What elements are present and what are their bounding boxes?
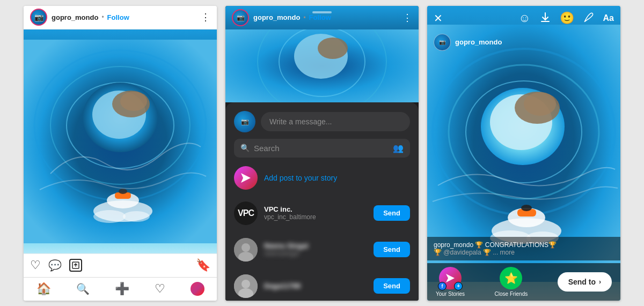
sticker-button[interactable]: 🙂 [560,11,574,25]
text-button[interactable]: Aa [603,13,614,23]
action-icons-left: ♡ 💬 [30,258,196,272]
star-icon: ⭐ [504,272,518,285]
close-friends-label: Close Friends [495,291,528,297]
bookmark-button[interactable]: 🔖 [196,258,210,272]
close-friends-circle: ⭐ [500,267,522,289]
nav-home[interactable]: 🏠 [36,282,51,296]
contact-row-2: Neenu Singal neenusingal Send [234,235,410,265]
screen2-image-preview [225,29,419,102]
svg-marker-20 [241,173,251,183]
camera-icon: 📷 [34,13,43,21]
contact-avatar-3-img [234,274,258,298]
contact-avatar-1: VPC [234,201,258,225]
username-label: gopro_mondo [253,13,300,21]
screen2-top-image: 📷 gopro_mondo • Follow ⋮ [225,6,419,102]
screen1-instagram-post: 📷 gopro_mondo • Follow ⋮ [24,6,217,301]
like-button[interactable]: ♡ [30,258,41,272]
story-username-bar: 📷 gopro_mondo [427,29,620,55]
share-button[interactable] [69,259,82,272]
your-stories-circle: + f [439,267,462,289]
message-placeholder: Write a message... [269,117,332,126]
screen3-bottom-bar: + f Your Stories ⭐ Close Friends Send to… [427,263,620,301]
contact-info-2: Neenu Singal neenusingal [264,242,367,257]
screen2-header: 📷 gopro_mondo • Follow ⋮ [225,6,419,29]
story-username: gopro_mondo [455,38,502,46]
nav-add[interactable]: ➕ [115,282,129,296]
close-button[interactable]: ✕ [434,12,443,25]
post-image [24,29,217,253]
camera-icon: 📷 [237,14,245,21]
emoji-button[interactable]: ☺ [518,11,530,25]
chevron-right-icon: › [599,278,601,286]
post-image-svg [24,29,217,253]
screens-container: 📷 gopro_mondo • Follow ⋮ [0,0,644,306]
svg-point-34 [524,92,556,116]
send-to-label: Send to [568,278,596,286]
username-follow-group: gopro_mondo • Follow [52,13,201,21]
draw-icon [583,11,595,23]
add-story-label: Add post to your story [264,174,337,182]
caption-sub: 🏆 @davidepala 🏆 ... more [434,249,614,256]
svg-point-12 [93,210,126,223]
svg-marker-42 [446,274,455,282]
contact-handle-1: vpc_inc_baltimore [264,213,367,221]
story-paper-plane-icon [240,172,252,184]
stories-plus-icon: + [454,282,463,290]
contact-name-1: VPC inc. [264,205,367,213]
search-placeholder-text: Search [254,144,389,153]
svg-point-37 [521,205,532,211]
your-stories-button[interactable]: + f Your Stories [436,267,465,297]
send-button-2[interactable]: Send [374,242,410,257]
screen3-toolbar: ✕ ☺ 🙂 Aa [427,6,620,31]
follow-button[interactable]: Follow [309,13,331,21]
svg-point-10 [119,189,127,194]
contact-row-3: Dega11799 Send [234,271,410,301]
avatar: 📷 [232,9,249,26]
toolbar-icons-right: ☺ 🙂 Aa [518,11,614,26]
screen3-story-view: ✕ ☺ 🙂 Aa [427,6,620,301]
contact-info-1: VPC inc. vpc_inc_baltimore [264,205,367,221]
comment-button[interactable]: 💬 [48,259,62,272]
draw-button[interactable] [583,11,595,26]
download-button[interactable] [539,11,551,26]
contact-row-1: VPC VPC inc. vpc_inc_baltimore Send [234,198,410,228]
contact-name-2: Neenu Singal [264,242,367,250]
add-story-row[interactable]: Add post to your story [234,164,410,192]
nav-profile[interactable] [191,282,204,296]
add-people-icon[interactable]: 👥 [393,143,404,153]
contact-handle-2: neenusingal [264,250,367,257]
follow-button[interactable]: Follow [107,13,129,21]
more-button[interactable]: ⋮ [402,12,412,24]
caption-text: gopro_mondo 🏆 CONGRATULATIONS🏆 [434,241,614,249]
username-follow-group: gopro_mondo • Follow [253,13,402,21]
send-to-button[interactable]: Send to › [558,272,612,292]
send-button-3[interactable]: Send [374,278,410,294]
close-friends-button[interactable]: ⭐ Close Friends [495,267,528,297]
message-input[interactable]: Write a message... [261,112,410,131]
avatar: 📷 [30,9,47,26]
svg-point-19 [318,38,348,59]
search-row[interactable]: 🔍 Search 👥 [234,139,410,158]
svg-point-13 [123,211,150,222]
contact-info-3: Dega11799 [264,282,367,290]
story-avatar: 📷 [434,34,451,51]
contact-name-3: Dega11799 [264,282,367,290]
share-icon [72,262,79,269]
contact-avatar-2-img [234,238,258,262]
nav-like[interactable]: ♡ [155,282,165,296]
contact-avatar-3 [234,274,258,298]
svg-point-22 [241,243,250,252]
your-stories-label: Your Stories [436,291,465,297]
username-label: gopro_mondo [52,13,98,21]
screen1-header: 📷 gopro_mondo • Follow ⋮ [24,6,217,29]
screen2-share-sheet: 📷 gopro_mondo • Follow ⋮ [225,6,419,301]
svg-point-7 [120,92,147,111]
add-story-circle [234,166,258,190]
stories-icon [444,272,456,284]
send-button-1[interactable]: Send [374,205,410,221]
more-button[interactable]: ⋮ [201,11,210,23]
nav-search[interactable]: 🔍 [76,282,90,295]
nav-bar: 🏠 🔍 ➕ ♡ [24,277,217,301]
facebook-icon: f [438,282,447,290]
search-icon: 🔍 [240,144,250,152]
